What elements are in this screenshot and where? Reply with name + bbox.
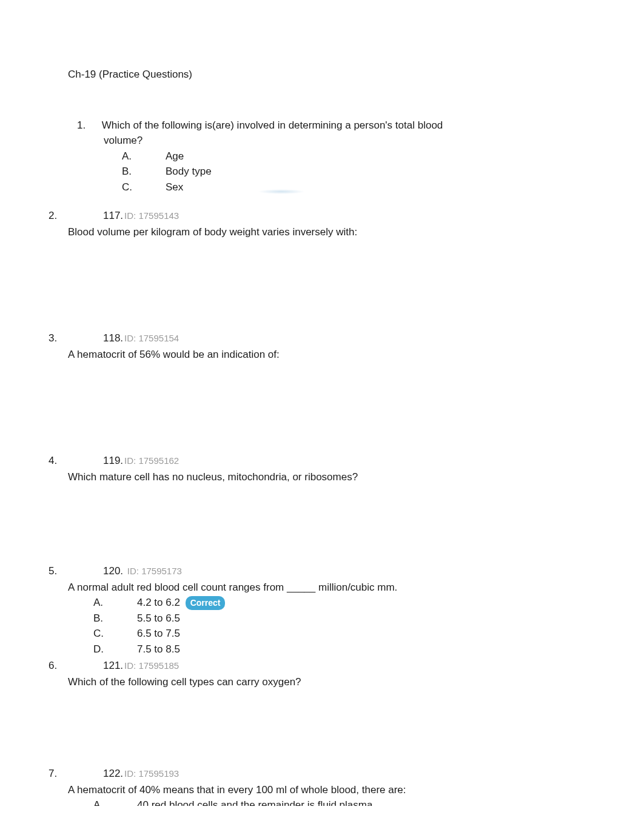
choice-letter: A. bbox=[122, 149, 166, 164]
question-5: 5. 120. ID: 17595173 bbox=[49, 563, 595, 579]
choice-item: C. Sex bbox=[122, 179, 595, 195]
choice-letter: D. bbox=[93, 642, 137, 657]
question-4: 4. 119. ID: 17595162 bbox=[49, 453, 595, 469]
choice-letter: C. bbox=[122, 179, 166, 195]
question-id: ID: 17595173 bbox=[127, 566, 182, 576]
question-text: Which of the following is(are) involved … bbox=[102, 119, 443, 131]
question-id: ID: 17595185 bbox=[124, 659, 179, 673]
choice-letter: B. bbox=[93, 611, 137, 626]
question-body: A hematocrit of 56% would be an indicati… bbox=[68, 347, 595, 363]
choice-text: 40 red blood cells and the remainder is … bbox=[137, 797, 595, 806]
question-1: 1. Which of the following is(are) involv… bbox=[77, 118, 595, 195]
choice-item: B. Body type bbox=[122, 164, 595, 179]
partial-choice: A. 40 red blood cells and the remainder … bbox=[93, 797, 595, 806]
question-6: 6. 121. ID: 17595185 bbox=[49, 658, 595, 674]
choice-item: C. 6.5 to 7.5 bbox=[93, 626, 595, 642]
choice-item: A. Age bbox=[122, 149, 595, 164]
choice-text: Sex bbox=[166, 179, 595, 195]
choice-letter: C. bbox=[93, 626, 137, 642]
inner-number: 117. bbox=[103, 208, 123, 224]
choice-text: 4.2 to 6.2 Correct bbox=[137, 595, 595, 611]
inner-number: 119. bbox=[103, 453, 123, 469]
blur-overlay bbox=[258, 189, 305, 194]
question-id: ID: 17595143 bbox=[124, 209, 179, 223]
correct-badge: Correct bbox=[186, 596, 226, 610]
question-id: ID: 17595154 bbox=[124, 332, 179, 346]
question-body: A normal adult red blood cell count rang… bbox=[68, 580, 595, 595]
inner-number: 120. bbox=[103, 565, 123, 577]
question-3: 3. 118. ID: 17595154 bbox=[49, 330, 595, 346]
inner-number: 122. bbox=[103, 766, 123, 782]
question-number: 2. bbox=[49, 208, 103, 224]
question-number: 6. bbox=[49, 658, 103, 674]
choice-letter: A. bbox=[93, 595, 137, 611]
choice-value: 4.2 to 6.2 bbox=[137, 597, 180, 608]
choice-list: A. 4.2 to 6.2 Correct B. 5.5 to 6.5 C. 6… bbox=[93, 595, 595, 657]
question-number: 3. bbox=[49, 330, 103, 346]
choice-item: B. 5.5 to 6.5 bbox=[93, 611, 595, 626]
question-7: 7. 122. ID: 17595193 bbox=[49, 766, 595, 782]
choice-letter: A. bbox=[93, 797, 137, 806]
inner-number: 118. bbox=[103, 330, 123, 346]
question-id: ID: 17595162 bbox=[124, 454, 179, 468]
choice-list: A. Age B. Body type C. Sex bbox=[122, 149, 595, 195]
question-number: 4. bbox=[49, 453, 103, 469]
question-id: ID: 17595193 bbox=[124, 767, 179, 781]
question-body: Blood volume per kilogram of body weight… bbox=[68, 224, 595, 240]
choice-text: Age bbox=[166, 149, 595, 164]
question-text-cont: volume? bbox=[104, 133, 595, 149]
choice-item: D. 7.5 to 8.5 bbox=[93, 642, 595, 657]
choice-text: 6.5 to 7.5 bbox=[137, 626, 595, 642]
question-2: 2. 117. ID: 17595143 bbox=[49, 208, 595, 224]
question-number: 5. bbox=[49, 563, 103, 579]
question-body: Which mature cell has no nucleus, mitoch… bbox=[68, 469, 595, 485]
inner-number: 121. bbox=[103, 658, 123, 674]
question-body: A hematocrit of 40% means that in every … bbox=[68, 782, 595, 798]
question-number: 1. bbox=[77, 118, 86, 133]
document-title: Ch-19 (Practice Questions) bbox=[68, 67, 595, 82]
question-body: Which of the following cell types can ca… bbox=[68, 674, 595, 690]
choice-letter: B. bbox=[122, 164, 166, 179]
choice-text: Body type bbox=[166, 164, 595, 179]
choice-item: A. 4.2 to 6.2 Correct bbox=[93, 595, 595, 611]
document-page: Ch-19 (Practice Questions) 1. Which of t… bbox=[49, 67, 595, 806]
choice-text: 5.5 to 6.5 bbox=[137, 611, 595, 626]
question-number: 7. bbox=[49, 766, 103, 782]
choice-text: 7.5 to 8.5 bbox=[137, 642, 595, 657]
